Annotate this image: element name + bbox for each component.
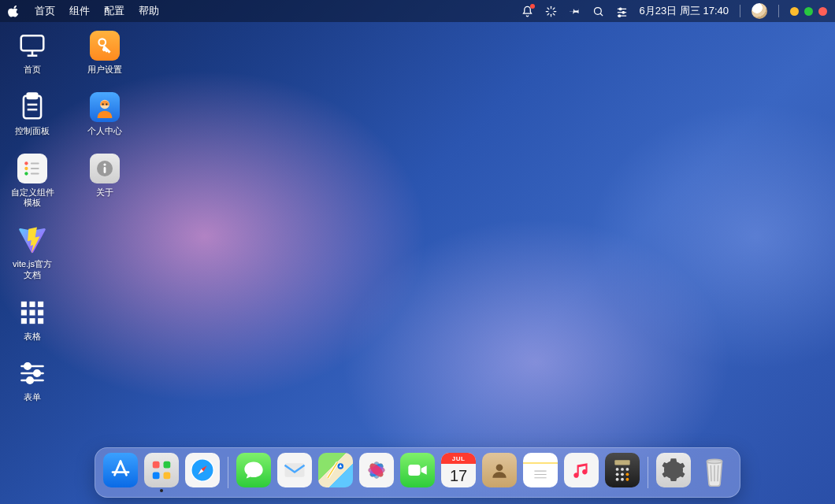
maximize-button[interactable] — [804, 7, 813, 16]
desktop-icon-profile[interactable]: 个人中心 — [87, 91, 122, 137]
loading-icon[interactable] — [545, 5, 558, 17]
menu-config[interactable]: 配置 — [104, 4, 124, 18]
svg-line-7 — [553, 8, 555, 9]
svg-point-47 — [106, 103, 107, 105]
dock-messages[interactable] — [236, 453, 271, 492]
desktop-icon-label: 用户设置 — [87, 65, 122, 76]
svg-point-39 — [24, 364, 31, 370]
music-icon — [564, 453, 599, 487]
desktop-column-1: 首页 控制面板 自定义组件模板 vite.js官方文档 表格 表单 — [8, 30, 57, 403]
keychain-icon — [90, 31, 120, 61]
svg-point-87 — [626, 478, 629, 481]
dock-appstore[interactable] — [103, 453, 138, 492]
menu-components[interactable]: 组件 — [69, 4, 90, 18]
dock-facetime[interactable] — [400, 453, 435, 492]
desktop-icon-control-panel[interactable]: 控制面板 — [15, 91, 50, 137]
appstore-icon — [103, 453, 138, 487]
svg-rect-50 — [104, 167, 106, 173]
svg-rect-16 — [21, 35, 44, 50]
svg-rect-26 — [31, 162, 39, 164]
svg-point-81 — [626, 468, 629, 471]
menu-help[interactable]: 帮助 — [139, 4, 159, 18]
desktop-icon-template[interactable]: 自定义组件模板 — [9, 153, 56, 209]
desktop-icon-user-settings[interactable]: 用户设置 — [87, 30, 122, 76]
sliders-icon[interactable] — [616, 5, 629, 17]
svg-point-44 — [98, 39, 106, 46]
calculator-icon — [605, 453, 640, 487]
dock-maps[interactable] — [318, 453, 353, 492]
desktop-icon-label: vite.js官方文档 — [9, 259, 56, 281]
desktop-icon-label: 表单 — [24, 392, 41, 403]
desktop-icon-label: 个人中心 — [87, 126, 122, 137]
vite-icon — [17, 225, 47, 255]
apple-menu-icon[interactable] — [8, 5, 20, 17]
minimize-button[interactable] — [790, 7, 799, 16]
desktop-icon-table[interactable]: 表格 — [17, 297, 48, 343]
dock-trash[interactable] — [697, 453, 732, 492]
svg-rect-55 — [164, 461, 171, 469]
calendar-day: 17 — [441, 464, 476, 487]
menu-home[interactable]: 首页 — [35, 4, 55, 18]
dock-mail[interactable] — [277, 453, 312, 492]
desktop-icon-form[interactable]: 表单 — [17, 358, 48, 403]
svg-point-15 — [618, 14, 621, 17]
menubar-separator — [740, 5, 740, 17]
svg-rect-62 — [285, 463, 305, 477]
svg-point-84 — [626, 472, 629, 476]
maps-icon — [318, 453, 353, 487]
svg-point-83 — [621, 472, 624, 476]
trash-icon — [697, 453, 732, 487]
user-avatar[interactable] — [752, 3, 767, 19]
svg-point-11 — [619, 8, 622, 10]
messages-icon — [236, 453, 271, 487]
svg-line-6 — [547, 13, 549, 15]
desktop-icon-vite[interactable]: vite.js官方文档 — [9, 224, 56, 281]
mail-icon — [277, 453, 312, 487]
settings-icon — [656, 453, 691, 487]
desktop-icon-label: 首页 — [24, 65, 41, 76]
svg-point-79 — [616, 468, 619, 471]
desktop-icon-home[interactable]: 首页 — [17, 30, 48, 76]
svg-rect-31 — [38, 301, 43, 306]
pin-icon[interactable] — [569, 5, 581, 17]
notification-badge — [530, 4, 535, 9]
desktop-icon-label: 关于 — [96, 187, 113, 198]
dock-photos[interactable] — [359, 453, 394, 492]
grid-icon — [19, 299, 46, 326]
safari-icon — [185, 453, 220, 487]
svg-rect-34 — [38, 309, 43, 315]
window-controls — [790, 7, 827, 16]
dock-music[interactable] — [564, 453, 599, 492]
menubar-datetime[interactable]: 6月23日 周三 17:40 — [640, 4, 729, 18]
svg-point-46 — [102, 103, 104, 105]
svg-rect-33 — [29, 309, 35, 315]
svg-rect-57 — [164, 472, 171, 480]
desktop-icon-label: 自定义组件模板 — [9, 187, 56, 209]
dock-contacts[interactable] — [482, 453, 517, 492]
close-button[interactable] — [818, 7, 827, 16]
notes-icon — [523, 453, 558, 487]
dock-safari[interactable] — [185, 453, 220, 492]
svg-point-74 — [496, 464, 503, 471]
calendar-month: JUL — [441, 453, 476, 464]
dock-calculator[interactable] — [605, 453, 640, 492]
dock-notes[interactable] — [523, 453, 558, 492]
dock-calendar[interactable]: JUL17 — [441, 453, 476, 492]
sliders-icon — [18, 359, 46, 387]
svg-line-3 — [553, 13, 555, 15]
dock-settings[interactable] — [656, 453, 691, 492]
svg-rect-29 — [21, 301, 27, 306]
svg-point-49 — [103, 163, 106, 165]
svg-rect-35 — [21, 318, 27, 324]
svg-line-9 — [600, 13, 603, 16]
search-icon[interactable] — [592, 5, 605, 17]
svg-rect-73 — [408, 465, 420, 476]
dock-launchpad[interactable] — [144, 453, 179, 492]
dock-separator — [228, 457, 228, 488]
desktop-icon-label: 控制面板 — [15, 126, 50, 137]
desktop-icon-about[interactable]: 关于 — [89, 153, 121, 198]
notifications-icon[interactable] — [521, 5, 534, 17]
svg-point-41 — [34, 371, 40, 377]
svg-line-89 — [711, 465, 711, 482]
menubar: 首页 组件 配置 帮助 6月23日 周三 17:40 — [0, 0, 835, 22]
